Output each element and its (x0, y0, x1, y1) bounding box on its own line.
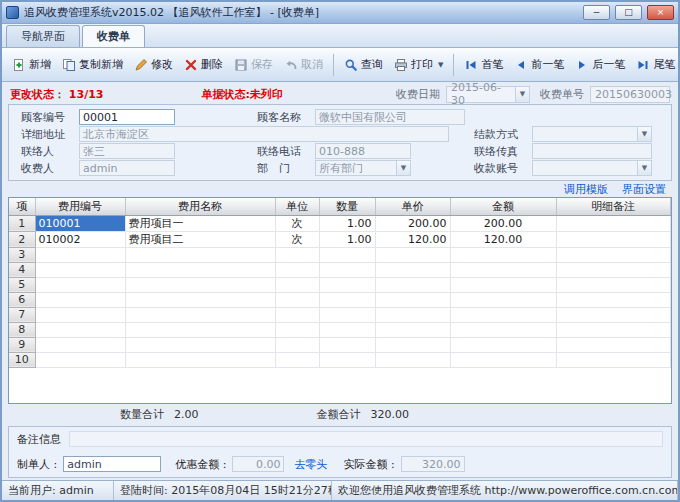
delete-button[interactable]: 删除 (179, 53, 228, 76)
form-row: 详细地址 北京市海淀区 结款方式 ▼ (21, 126, 665, 142)
empty-cell (450, 262, 556, 277)
maker-row: 制单人 : admin 优惠金额 : 0.00 去零头 实际金额 : 320.0… (17, 454, 663, 474)
chevron-down-icon: ▼ (637, 161, 651, 175)
maker-input[interactable]: admin (63, 456, 161, 472)
fee-items-grid: 项 费用编号 费用名称 单位 数量 单价 金额 明细备注 1 010001 费用 (8, 197, 672, 404)
titlebar: 追风收费管理系统v2015.02 【追风软件工作室】 - [收费单] − □ × (2, 2, 678, 24)
account-combobox[interactable]: ▼ (532, 160, 652, 176)
empty-cell (450, 322, 556, 337)
qty-total-label: 数量合计 (120, 407, 164, 422)
empty-cell (319, 307, 375, 322)
empty-cell (375, 322, 450, 337)
table-row[interactable]: 3 (9, 247, 671, 262)
empty-cell (450, 352, 556, 367)
column-header-amount[interactable]: 金额 (450, 198, 556, 215)
new-document-icon (12, 58, 26, 72)
tab-bill[interactable]: 收费单 (82, 25, 145, 47)
form-row: 顾客编号 00001 顾客名称 微软中国有限公司 (21, 109, 665, 125)
actual-amount-label: 实际金额 : (343, 457, 394, 472)
chevron-down-icon: ▼ (637, 127, 651, 141)
bill-number-value: 20150630003 (595, 88, 672, 101)
query-button[interactable]: 查询 (339, 53, 388, 76)
table-row[interactable]: 2 010002 费用项目二 次 1.00 120.00 120.00 (9, 231, 671, 247)
maximize-button[interactable]: □ (615, 5, 642, 20)
customer-no-input[interactable]: 00001 (79, 109, 175, 125)
table-row[interactable]: 10 (9, 352, 671, 367)
column-header-unit[interactable]: 单位 (275, 198, 319, 215)
tab-navigation[interactable]: 导航界面 (6, 25, 80, 47)
table-row[interactable]: 6 (9, 292, 671, 307)
empty-cell (450, 247, 556, 262)
load-template-link[interactable]: 调用模版 (564, 182, 608, 197)
modify-button[interactable]: 修改 (129, 53, 178, 76)
column-header-fee-name[interactable]: 费用名称 (125, 198, 275, 215)
table-row[interactable]: 1 010001 费用项目一 次 1.00 200.00 200.00 (9, 215, 671, 231)
column-header-note[interactable]: 明细备注 (556, 198, 671, 215)
row-number-cell: 8 (9, 322, 35, 337)
column-header-fee-code[interactable]: 费用编号 (35, 198, 125, 215)
account-label: 收款账号 (474, 161, 532, 176)
empty-cell (35, 247, 125, 262)
round-off-button[interactable]: 去零头 (294, 457, 327, 472)
totals-row: 数量合计 2.00 金额合计 320.00 (8, 404, 672, 424)
empty-cell (125, 307, 275, 322)
empty-cell (275, 322, 319, 337)
empty-cell (125, 277, 275, 292)
empty-cell (125, 337, 275, 352)
statusbar-login-time: 登陆时间: 2015年08月04日 15时21分27秒 (114, 481, 332, 500)
table-row[interactable]: 4 (9, 262, 671, 277)
payment-method-combobox[interactable]: ▼ (532, 126, 652, 142)
save-label: 保存 (251, 57, 273, 72)
copy-new-button[interactable]: 复制新增 (57, 53, 128, 76)
customer-name-field: 微软中国有限公司 (315, 109, 465, 125)
department-label: 部 门 (257, 161, 315, 176)
customer-no-label: 顾客编号 (21, 110, 79, 125)
app-window: 追风收费管理系统v2015.02 【追风软件工作室】 - [收费单] − □ ×… (0, 0, 680, 502)
search-icon (344, 58, 358, 72)
table-row[interactable]: 8 (9, 322, 671, 337)
quick-links-row: 调用模版 界面设置 (8, 181, 672, 197)
notes-input[interactable] (69, 431, 663, 447)
next-record-button[interactable]: 后一笔 (570, 53, 630, 76)
column-header-no[interactable]: 项 (9, 198, 35, 215)
form-row: 联络人 张三 联络电话 010-888 联络传真 (21, 143, 665, 159)
last-record-label: 尾笔 (653, 57, 675, 72)
table-row[interactable]: 5 (9, 277, 671, 292)
empty-cell (35, 337, 125, 352)
table-row[interactable]: 9 (9, 337, 671, 352)
department-combobox[interactable]: 所有部门 ▼ (315, 160, 411, 176)
app-icon (6, 6, 19, 19)
phone-field: 010-888 (315, 143, 411, 159)
notes-row: 备注信息 (17, 430, 663, 448)
prev-record-button[interactable]: 前一笔 (509, 53, 569, 76)
empty-cell (319, 337, 375, 352)
customer-info-panel: 顾客编号 00001 顾客名称 微软中国有限公司 详细地址 北京市海淀区 结款方… (8, 104, 672, 181)
department-value: 所有部门 (319, 161, 363, 176)
first-record-button[interactable]: 首笔 (459, 53, 508, 76)
empty-cell (35, 262, 125, 277)
empty-cell (556, 352, 671, 367)
last-record-button[interactable]: 尾笔 (631, 53, 680, 76)
column-header-qty[interactable]: 数量 (319, 198, 375, 215)
close-button[interactable]: × (647, 5, 674, 20)
amount-cell: 200.00 (450, 215, 556, 231)
row-number-cell: 9 (9, 337, 35, 352)
contact-label: 联络人 (21, 144, 79, 159)
column-header-price[interactable]: 单价 (375, 198, 450, 215)
first-record-label: 首笔 (481, 57, 503, 72)
print-button[interactable]: 打印 ▼ (389, 53, 448, 76)
minimize-button[interactable]: − (583, 5, 610, 20)
delete-x-icon (184, 58, 198, 72)
record-status-row: 更改状态： 13/13 单据状态:未列印 收费日期 2015-06-30 ▼ 收… (8, 84, 672, 104)
collector-field: admin (79, 160, 175, 176)
cancel-button[interactable]: 取消 (279, 53, 328, 76)
statusbar-welcome-text: 欢迎您使用追风收费管理系统 http://www.poweroffice.com… (332, 481, 678, 500)
table-row[interactable]: 7 (9, 307, 671, 322)
save-button[interactable]: 保存 (229, 53, 278, 76)
statusbar-current-user: 当前用户: admin (2, 481, 114, 500)
empty-cell (275, 337, 319, 352)
ui-settings-link[interactable]: 界面设置 (622, 182, 666, 197)
empty-cell (450, 337, 556, 352)
unit-cell: 次 (275, 215, 319, 231)
new-button[interactable]: 新增 (7, 53, 56, 76)
